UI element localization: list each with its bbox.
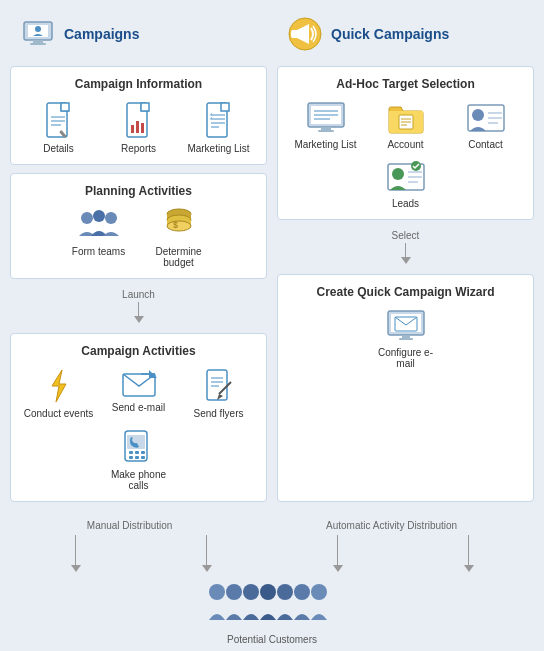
campaigns-column: Campaigns Campaign Information [10,10,267,502]
adhoc-items: Marketing List [288,101,523,209]
contact-label: Contact [468,139,502,150]
svg-point-24 [81,212,93,224]
svg-rect-6 [61,103,69,111]
svg-point-31 [167,221,191,231]
campaign-info-box: Campaign Information [10,66,267,165]
svg-rect-59 [321,127,331,130]
bottom-section: Manual Distribution Automatic Activity D… [0,512,544,651]
send-flyers-label: Send flyers [193,408,243,419]
email-icon [121,368,157,398]
launch-arrow: Launch [10,289,267,323]
budget-icon: $ [161,208,197,242]
svg-text:✓: ✓ [209,115,213,121]
phone-icon [121,429,157,465]
marketing-list-item: ✓ ✓ Marketing List [184,101,254,154]
svg-rect-47 [141,451,145,454]
form-teams-label: Form teams [72,246,125,257]
planning-activities-title: Planning Activities [85,184,192,198]
svg-rect-14 [136,121,139,133]
account-item: Account [371,101,441,150]
events-icon [44,368,74,404]
launch-arrow-line [138,302,139,316]
planning-activities-box: Planning Activities [10,173,267,279]
svg-point-71 [392,168,404,180]
reports-icon [123,101,155,139]
svg-rect-49 [135,456,139,459]
svg-text:$: $ [173,220,178,230]
svg-rect-50 [141,456,145,459]
phone-calls-item: Make phone calls [104,429,174,491]
reports-label: Reports [121,143,156,154]
contact-icon [466,101,506,135]
svg-point-81 [209,584,225,600]
svg-rect-60 [318,130,334,132]
launch-arrow-head [134,316,144,323]
svg-point-86 [294,584,310,600]
right-down-arrow [464,535,474,572]
planning-items: Form teams $ [21,208,256,268]
adhoc-title: Ad-Hoc Target Selection [336,77,474,91]
campaign-activities-title: Campaign Activities [81,344,195,358]
svg-rect-2 [33,40,43,43]
svg-rect-3 [30,43,46,45]
marketing-list-icon: ✓ ✓ [203,101,235,139]
svg-marker-33 [52,370,66,402]
campaign-info-title: Campaign Information [75,77,202,91]
wizard-box: Create Quick Campaign Wizard [277,274,534,502]
determine-budget-item: $ Determine budget [144,208,214,268]
teams-icon [77,208,121,242]
mktlist-icon [306,101,346,135]
details-item: Details [24,101,94,154]
marketing-list-label: Marketing List [187,143,249,154]
automatic-distribution-label: Automatic Activity Distribution [326,520,457,531]
send-email-label: Send e-mail [112,402,165,413]
leads-icon [386,160,426,194]
top-section: Campaigns Campaign Information [0,0,544,512]
reports-item: Reports [104,101,174,154]
account-label: Account [387,139,423,150]
adhoc-marketing-list-label: Marketing List [294,139,356,150]
left-down-arrow [71,535,81,572]
svg-point-85 [277,584,293,600]
arrows-row [10,535,534,572]
svg-point-26 [105,212,117,224]
customers-icon [202,580,342,630]
customers-section: Potential Customers [202,580,342,645]
campaign-activities-items: Conduct events [21,368,256,491]
quick-campaigns-title: Quick Campaigns [331,26,449,42]
determine-budget-label: Determine budget [144,246,214,268]
svg-point-87 [311,584,327,600]
phone-calls-label: Make phone calls [104,469,174,491]
svg-rect-17 [221,103,229,111]
leads-label: Leads [392,198,419,209]
adhoc-box: Ad-Hoc Target Selection [277,66,534,220]
form-teams-item: Form teams [64,208,134,268]
select-arrow: Select [277,230,534,264]
wizard-title: Create Quick Campaign Wizard [317,285,495,299]
campaigns-header-icon [20,16,56,52]
svg-rect-12 [141,103,149,111]
flyers-icon [203,368,235,404]
campaign-activities-box: Campaign Activities Conduct events [10,333,267,502]
main-container: Campaigns Campaign Information [0,0,544,651]
details-label: Details [43,143,74,154]
wizard-items: Configure e-mail [288,309,523,369]
svg-rect-15 [141,123,144,133]
conduct-events-item: Conduct events [24,368,94,419]
select-arrow-head [401,257,411,264]
svg-point-25 [93,210,105,222]
doc-icon [43,101,75,139]
svg-rect-53 [291,30,299,38]
quick-campaigns-column: Quick Campaigns Ad-Hoc Target Selection [277,10,534,502]
svg-point-83 [243,584,259,600]
center-right-down-arrow [333,535,343,572]
campaigns-title: Campaigns [64,26,139,42]
svg-rect-80 [399,338,413,340]
svg-point-84 [260,584,276,600]
send-email-item: Send e-mail [104,368,174,419]
account-icon [387,101,425,135]
svg-point-4 [35,26,41,32]
select-label: Select [392,230,420,241]
contact-item: Contact [451,101,521,150]
configure-email-label: Configure e-mail [371,347,441,369]
